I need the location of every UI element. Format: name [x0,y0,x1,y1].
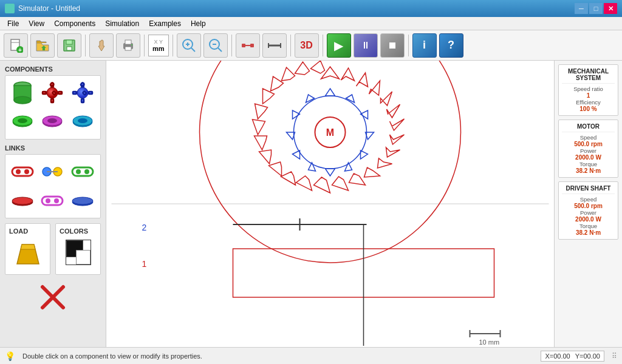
hint-icon: 💡 [5,351,15,361]
shaft-button[interactable] [262,33,287,58]
status-coords: X=00.00 Y=00.00 [541,351,604,362]
load-weight-icon[interactable] [15,240,41,268]
play-button[interactable]: ▶ [327,33,351,58]
link-multi[interactable] [39,158,66,185]
svg-rect-52 [16,169,21,174]
mm-label: mm [152,45,165,52]
driven-shaft-card: DRIVEN SHAFT Speed 500.0 rpm Power 2000.… [558,181,618,240]
component-gear-flat-green[interactable] [9,109,36,135]
component-gear-flat-cyan[interactable] [69,109,96,135]
unit-indicator: X Y mm [148,35,169,56]
canvas-label-2: 2 [142,223,147,232]
components-section: COMPONENTS [5,66,101,140]
driven-power-label: Power [562,209,615,216]
svg-point-50 [78,118,87,123]
svg-rect-39 [89,92,92,94]
svg-rect-30 [51,99,53,103]
zoom-in-button[interactable] [177,33,201,58]
driven-speed-value: 500.0 rpm [562,203,615,209]
menu-bar: File View Components Simulation Examples… [0,17,622,30]
svg-rect-8 [125,40,131,44]
menu-help[interactable]: Help [186,18,211,29]
toolbar-separator-4 [231,35,232,56]
print-button[interactable] [116,33,140,58]
info-button[interactable]: i [412,33,437,58]
help-button[interactable]: ? [439,33,463,58]
svg-rect-6 [67,47,72,50]
coord-x: X=00.00 [545,352,570,360]
main-canvas-svg: M 2 1 10 mm [106,61,554,347]
toolbar: + X Y mm 3D ▶ ⏸ [0,30,622,61]
svg-point-66 [72,197,93,204]
toolbar-separator-1 [85,35,86,56]
speed-ratio-label: Speed ratio [562,86,615,92]
menu-view[interactable]: View [24,18,49,29]
svg-rect-62 [42,197,63,205]
svg-rect-40 [80,83,84,86]
window-title: Simulator - Untitled [18,4,80,13]
app-icon [5,4,15,13]
toolbar-separator-2 [144,35,145,56]
close-button[interactable]: ✕ [604,3,617,14]
resize-grip[interactable]: ⠿ [612,352,617,360]
motor-speed-value: 500.0 rpm [562,141,615,147]
motor-title: MOTOR [562,123,615,132]
component-gear-red[interactable] [39,79,66,106]
component-gear-flat-pink[interactable] [39,109,66,135]
efficiency-value: 100 % [562,106,615,112]
links-grid [5,154,101,218]
driven-torque-label: Torque [562,223,615,229]
toolbar-separator-6 [323,35,323,56]
delete-button[interactable] [5,282,101,312]
svg-text:+: + [18,47,22,53]
component-cylinder-green[interactable] [9,79,36,106]
svg-text:10 mm: 10 mm [479,339,500,346]
menu-simulation[interactable]: Simulation [100,18,144,29]
maximize-button[interactable]: □ [589,3,603,14]
3d-button[interactable]: 3D [295,33,319,58]
link-pink[interactable] [39,187,66,214]
connector-button[interactable] [236,33,260,58]
svg-rect-9 [125,47,131,50]
link-chain-red[interactable] [9,158,36,185]
motor-torque-label: Torque [562,161,615,167]
toolbar-separator-7 [408,35,409,56]
motor-power-value: 2000.0 W [562,154,615,161]
svg-rect-63 [46,198,50,203]
title-bar: Simulator - Untitled ─ □ ✕ [0,0,622,17]
color-swatch[interactable] [66,240,91,265]
component-gear-blue[interactable] [69,79,96,106]
color-swatch-white [76,250,91,265]
canvas-area[interactable]: M 2 1 10 mm [106,61,554,347]
new-button[interactable]: + [4,33,28,58]
load-title: LOAD [9,228,46,235]
link-chain-blue-disk[interactable] [69,187,96,214]
svg-rect-41 [83,91,86,95]
link-disk-red[interactable] [9,187,36,214]
link-chain-green[interactable] [69,158,96,185]
links-title: LINKS [5,144,101,152]
components-grid [5,75,101,140]
efficiency-label: Efficiency [562,99,615,106]
svg-rect-10 [131,44,132,46]
mechanical-system-title: MECHANICAL SYSTEM [562,68,615,84]
main-layout: COMPONENTS [0,61,622,347]
pause-button[interactable]: ⏸ [354,33,378,58]
motor-card: MOTOR Speed 500.0 rpm Power 2000.0 W Tor… [558,120,618,178]
svg-rect-37 [81,99,84,103]
menu-file[interactable]: File [2,18,24,29]
svg-point-27 [14,96,31,104]
svg-text:M: M [326,127,334,138]
menu-examples[interactable]: Examples [144,18,186,29]
zoom-out-button[interactable] [203,33,228,58]
menu-components[interactable]: Components [49,18,100,29]
svg-rect-31 [43,92,46,94]
save-button[interactable] [57,33,81,58]
minimize-button[interactable]: ─ [575,3,588,14]
open-button[interactable] [30,33,55,58]
svg-line-14 [191,48,195,52]
hand-tool-button[interactable] [89,33,114,58]
mechanical-system-card: MECHANICAL SYSTEM Speed ratio 1 Efficien… [558,64,618,116]
stop-button[interactable]: ⏹ [380,33,405,58]
hint-text: Double click on a component to view or m… [22,352,202,360]
